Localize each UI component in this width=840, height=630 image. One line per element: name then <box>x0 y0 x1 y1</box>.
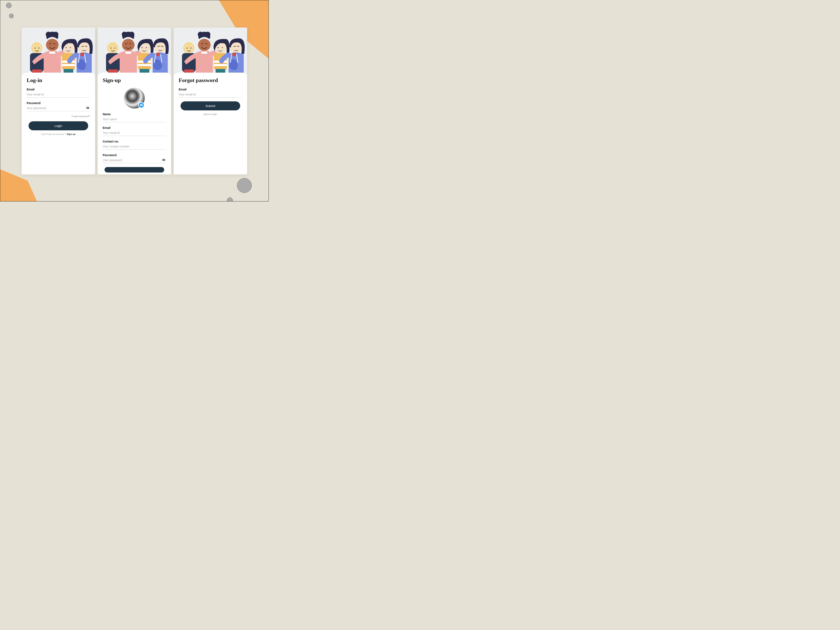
password-input[interactable] <box>27 105 90 111</box>
svg-point-21 <box>114 48 115 49</box>
email-label: Email <box>103 126 166 129</box>
signup-panel: Sign-up Name Email Contact no. <box>98 72 171 175</box>
svg-point-6 <box>46 32 51 37</box>
friends-illustration <box>174 27 247 75</box>
svg-point-48 <box>218 47 219 48</box>
decorative-dot <box>6 3 11 8</box>
friends-illustration <box>98 27 171 75</box>
signup-prompt-text: Don't have an account ? <box>41 133 67 135</box>
svg-point-1 <box>35 48 35 49</box>
svg-point-49 <box>222 47 223 48</box>
svg-point-10 <box>66 47 66 48</box>
decorative-dot <box>9 14 14 18</box>
eye-icon[interactable] <box>86 106 90 110</box>
login-button[interactable]: Login <box>28 121 88 130</box>
signup-screen: Sign-up Name Email Contact no. <box>98 27 171 175</box>
email-input[interactable] <box>27 91 90 98</box>
svg-point-24 <box>122 39 134 51</box>
svg-point-39 <box>186 48 188 49</box>
svg-rect-52 <box>214 64 227 66</box>
signup-prompt: Don't have an account ? Sign-up <box>27 133 90 135</box>
svg-point-37 <box>164 160 164 160</box>
svg-point-45 <box>205 32 210 37</box>
name-label: Name <box>103 112 166 116</box>
svg-point-19 <box>107 43 118 53</box>
svg-point-38 <box>183 43 194 53</box>
password-label: Password <box>27 101 90 105</box>
email-label: Email <box>27 88 90 91</box>
email-label: Email <box>178 88 242 91</box>
hero-illustration <box>98 27 171 75</box>
email-input[interactable] <box>178 91 242 98</box>
hero-illustration <box>174 27 247 75</box>
contact-input[interactable] <box>103 143 166 150</box>
password-label: Password <box>103 153 166 157</box>
svg-point-20 <box>111 48 112 49</box>
eye-icon[interactable] <box>162 158 166 162</box>
camera-button[interactable] <box>138 102 144 108</box>
svg-point-5 <box>46 39 58 51</box>
svg-point-55 <box>232 52 236 56</box>
svg-point-2 <box>38 48 39 49</box>
svg-point-7 <box>53 32 58 37</box>
name-input[interactable] <box>103 116 166 122</box>
forgot-title: Forgot password <box>178 77 242 83</box>
decorative-dot <box>227 197 233 202</box>
signup-button[interactable] <box>104 167 164 173</box>
svg-point-26 <box>129 32 134 37</box>
svg-rect-27 <box>125 52 131 54</box>
signup-title: Sign-up <box>103 77 166 83</box>
hero-illustration <box>22 27 95 75</box>
login-screen: Log-in Email Password For <box>22 27 95 175</box>
contact-label: Contact no. <box>103 140 166 143</box>
signup-link[interactable]: Sign-up <box>67 133 75 135</box>
design-canvas: Log-in Email Password For <box>0 0 269 202</box>
decorative-dot <box>237 178 252 193</box>
email-input[interactable] <box>103 130 166 136</box>
login-title: Log-in <box>27 77 90 83</box>
avatar-uploader <box>124 88 145 109</box>
svg-point-0 <box>31 43 43 53</box>
svg-point-17 <box>80 52 84 56</box>
svg-rect-33 <box>138 64 151 66</box>
svg-rect-46 <box>201 52 207 54</box>
forgot-panel: Forgot password Email Submit Back to log… <box>174 72 247 175</box>
submit-button[interactable]: Submit <box>180 101 240 110</box>
screens-row: Log-in Email Password For <box>0 27 268 175</box>
svg-point-29 <box>142 47 142 48</box>
svg-point-44 <box>198 32 203 37</box>
svg-point-18 <box>88 108 88 108</box>
friends-illustration <box>22 27 95 75</box>
svg-point-36 <box>156 52 160 56</box>
svg-rect-8 <box>49 52 55 54</box>
back-to-login-link[interactable]: Back to login <box>204 113 217 115</box>
svg-point-11 <box>70 47 71 48</box>
password-input[interactable] <box>103 157 166 163</box>
svg-point-40 <box>190 48 191 49</box>
forgot-screen: Forgot password Email Submit Back to log… <box>174 27 247 175</box>
svg-rect-14 <box>62 64 75 66</box>
svg-point-43 <box>198 39 211 51</box>
login-panel: Log-in Email Password For <box>22 72 95 175</box>
forgot-password-link[interactable]: Forget password? <box>27 115 90 118</box>
svg-point-30 <box>146 47 147 48</box>
svg-point-25 <box>122 32 127 37</box>
camera-icon <box>140 104 143 107</box>
